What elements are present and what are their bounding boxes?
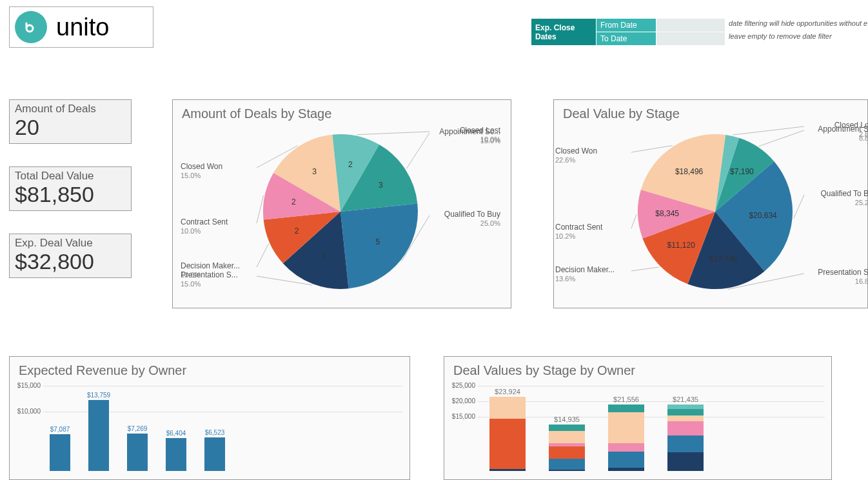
bar-value-label: $6,523 [205, 429, 225, 436]
pie-outer-label: Closed Lost10.0% [429, 126, 500, 145]
stack-total-label: $21,556 [613, 395, 639, 403]
bar: $7,269 [127, 434, 148, 471]
y-tick: $15,000 [14, 382, 41, 389]
pie-outer-label: Contract Sent10.2% [555, 223, 602, 241]
stack-total-label: $14,935 [554, 415, 580, 423]
pie-inner-value: $11,120 [667, 241, 695, 250]
stack-total-label: $21,435 [673, 395, 698, 403]
svg-line-13 [733, 126, 804, 135]
stacked-bar: $23,924 [489, 397, 526, 471]
from-date-input[interactable] [656, 19, 725, 32]
stack-segment [549, 446, 585, 459]
y-tick: $15,000 [448, 413, 475, 420]
pie-inner-value: 2 [348, 160, 353, 169]
stack-segment [608, 468, 644, 471]
pie-outer-label: Closed Lost2.8% [804, 121, 868, 139]
svg-line-10 [631, 267, 659, 271]
svg-line-6 [357, 132, 429, 135]
kpi-exp-value: $32,800 [15, 250, 126, 274]
svg-line-8 [794, 195, 804, 219]
stacked-bar: $21,556 [608, 405, 644, 471]
kpi-exp: Exp. Deal Value $32,800 [9, 234, 132, 278]
stack-segment [489, 419, 526, 468]
bar-value-label: $7,269 [128, 425, 148, 432]
pie-inner-value: $18,496 [675, 167, 704, 176]
pie-inner-value: 3 [321, 252, 326, 261]
chart-bar-stacked-title: Deal Values by Stage by Owner [453, 363, 831, 378]
chart-bar-revenue-title: Expected Revenue by Owner [19, 363, 409, 378]
stack-segment [549, 459, 585, 470]
svg-line-3 [257, 244, 269, 267]
pie-inner-value: 3 [379, 181, 383, 190]
pie-outer-label: Decision Maker...10.0% [181, 262, 240, 280]
chart-bar-revenue: Expected Revenue by Owner $15,000$10,000… [9, 356, 410, 480]
filter-note-2: leave empty to remove date filter [729, 32, 832, 40]
y-tick: $25,000 [448, 382, 475, 389]
stack-segment [489, 397, 526, 419]
y-tick: $20,000 [448, 397, 475, 405]
stacked-bar: $21,435 [667, 405, 704, 471]
stack-segment [608, 452, 644, 468]
pie-outer-label: Decision Maker...13.6% [555, 266, 615, 284]
chart-bar-stacked: Deal Values by Stage by Owner $25,000$20… [444, 356, 832, 480]
pie-inner-value: $13,739 [709, 254, 737, 263]
stack-segment [608, 405, 644, 412]
to-date-input[interactable] [656, 32, 725, 46]
stack-segment [549, 431, 585, 443]
pie-inner-value: $20,634 [749, 211, 777, 220]
stack-segment [608, 443, 644, 452]
bar-value-label: $7,087 [50, 426, 70, 433]
pie-outer-label: Presentation S...16.8% [804, 268, 868, 286]
svg-line-12 [631, 146, 673, 152]
pie-inner-value: 2 [291, 197, 296, 206]
kpi-total: Total Deal Value $81,850 [9, 166, 132, 211]
stack-segment [667, 435, 704, 452]
logo: unito [9, 6, 153, 48]
pie-inner-value: 5 [375, 237, 380, 246]
kpi-total-label: Total Deal Value [15, 170, 126, 183]
pie-inner-value: $7,190 [730, 167, 754, 176]
pie-outer-label: Qualified To Buy25.0% [429, 210, 500, 228]
stack-segment [667, 415, 704, 422]
from-date-label: From Date [597, 19, 656, 32]
stack-segment [667, 405, 704, 409]
filter-note-1: date filtering will hide opportunities w… [729, 19, 867, 27]
kpi-exp-label: Exp. Deal Value [15, 237, 126, 250]
bar: $13,759 [88, 400, 109, 471]
pie-inner-value: 3 [312, 167, 317, 176]
stack-segment [549, 425, 585, 431]
chart-pie-value-title: Deal Value by Stage [563, 106, 867, 121]
kpi-deals: Amount of Deals 20 [9, 99, 132, 144]
bar: $7,087 [50, 434, 70, 471]
pie-inner-value: 2 [295, 226, 299, 235]
stack-segment [667, 452, 704, 471]
y-tick: $10,000 [14, 408, 41, 415]
stack-total-label: $23,924 [495, 388, 520, 395]
pie-outer-label: Contract Sent10.0% [181, 218, 228, 236]
stack-segment [489, 469, 526, 471]
stack-segment [667, 421, 704, 435]
kpi-deals-label: Amount of Deals [15, 103, 126, 115]
logo-text: unito [56, 14, 109, 41]
logo-icon [15, 11, 47, 43]
svg-line-11 [631, 214, 636, 228]
chart-pie-deals: Amount of Deals by Stage 3532232Appointm… [172, 99, 511, 308]
bar: $6,523 [204, 437, 225, 471]
svg-line-4 [257, 195, 264, 223]
date-filter-label: Exp. Close Dates [531, 19, 597, 46]
bar-value-label: $6,404 [166, 430, 186, 437]
stack-segment [608, 412, 644, 443]
stack-segment [667, 409, 704, 415]
svg-line-7 [759, 130, 804, 146]
pie-outer-label: Closed Won22.6% [555, 147, 597, 165]
pie-inner-value: $8,345 [655, 209, 679, 218]
date-filter: Exp. Close Dates From Date To Date [531, 18, 725, 46]
svg-line-0 [406, 133, 429, 169]
bar-value-label: $13,759 [87, 392, 110, 399]
bar: $6,404 [166, 438, 186, 471]
to-date-label: To Date [597, 32, 656, 46]
chart-pie-value: Deal Value by Stage $7,190$20,634$13,739… [553, 99, 868, 308]
stack-segment [549, 470, 585, 471]
stacked-bar: $14,935 [549, 425, 585, 471]
kpi-total-value: $81,850 [15, 183, 126, 206]
